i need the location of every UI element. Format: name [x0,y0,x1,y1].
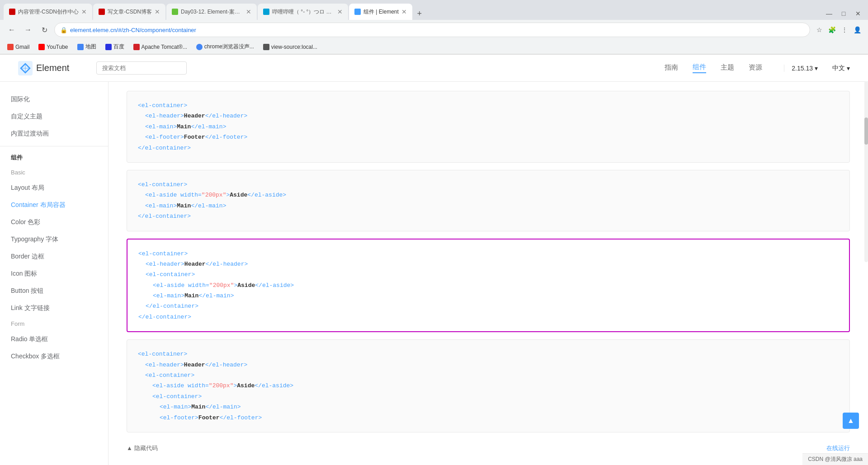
code-line: <el-aside width="200px">Aside</el-aside> [145,190,839,200]
sidebar-item-i18n[interactable]: 国际化 [0,91,108,108]
code-block-1: <el-container> <el-header>Header</el-hea… [127,91,850,163]
tab-title-csdn2: 写文章-CSDN博客 [108,8,152,16]
main-content: 国际化 自定义主题 内置过渡动画 组件 Basic Layout 布局 Cont… [0,82,868,465]
tab-favicon-csdn2 [99,9,105,15]
sidebar-item-border[interactable]: Border 边框 [0,248,108,265]
language-selector[interactable]: 中文 ▾ [832,64,850,72]
code-line: <el-main>Main</el-main> [145,201,839,211]
code-line: <el-footer>Footer</el-footer> [145,132,839,142]
bookmark-chrome[interactable]: chrome浏览器没声... [194,42,256,52]
sidebar-item-button[interactable]: Button 按钮 [0,282,108,300]
sidebar-item-radio[interactable]: Radio 单选框 [0,331,108,348]
nav-theme[interactable]: 主题 [721,63,734,73]
sidebar-section-basic: Basic [0,165,108,179]
tab-bili[interactable]: 哔哩哔哩（ °- °）つロ 千杯~-bili... ✕ [258,4,348,20]
sidebar: 国际化 自定义主题 内置过渡动画 组件 Basic Layout 布局 Cont… [0,82,108,465]
scrollbar-thumb[interactable] [864,117,868,145]
footer-status: CSDN @清风微凉 aaa [802,453,868,465]
code-line: <el-main>Main</el-main> [145,122,839,132]
baidu-icon [105,44,112,50]
nav-guide[interactable]: 指南 [665,63,678,73]
code-block-3-highlighted: <el-container> <el-header>Header</el-hea… [127,239,850,333]
site-logo[interactable]: Element [18,61,69,75]
menu-icon[interactable]: ⋮ [839,24,850,35]
bookmark-apache[interactable]: Apache Tomcat®... [132,43,189,51]
tab-csdn1[interactable]: 内容管理-CSDN创作中心 ✕ [4,4,92,20]
sidebar-item-transition[interactable]: 内置过渡动画 [0,125,108,142]
back-to-top-button[interactable]: ▲ [843,413,859,429]
code-line: <el-container> [152,391,839,402]
code-line: <el-container> [145,370,839,380]
bookmark-viewsource[interactable]: view-source:local... [261,43,319,51]
close-button[interactable]: ✕ [852,7,864,20]
sidebar-item-link[interactable]: Link 文字链接 [0,300,108,317]
bookmark-gmail[interactable]: Gmail [5,43,31,51]
page: Element 指南 组件 主题 资源 2.15.13 ▾ 中文 ▾ 国际化 自… [0,55,868,465]
version-selector[interactable]: 2.15.13 ▾ [784,65,818,72]
maximize-button[interactable]: □ [837,7,850,20]
header-search[interactable] [96,61,187,75]
tab-title-day03: Day03-12. Element-案例-基本... [181,8,243,16]
profile-icon[interactable]: 👤 [852,24,863,35]
code-line: <el-footer>Footer</el-footer> [160,413,839,423]
forward-button[interactable]: → [22,23,34,36]
apache-icon [133,44,140,50]
tab-close-bili[interactable]: ✕ [337,8,343,15]
bookmark-baidu[interactable]: 百度 [104,42,126,52]
nav-resource[interactable]: 资源 [749,63,762,73]
extension-icon[interactable]: 🧩 [826,24,837,35]
run-online-button[interactable]: 在线运行 [826,444,850,452]
bookmark-youtube[interactable]: YouTube [37,43,70,51]
language-text: 中文 [832,64,845,72]
sidebar-item-checkbox[interactable]: Checkbox 多选框 [0,348,108,365]
tab-title-csdn1: 内容管理-CSDN创作中心 [18,8,79,16]
code-line: </el-container> [138,143,839,153]
code-line: <el-container> [138,100,839,111]
logo-text: Element [36,63,69,73]
new-tab-button[interactable]: + [413,7,426,20]
url-bar[interactable]: 🔒 element.eleme.cn/#/zh-CN/component/con… [54,23,810,37]
tab-title-bili: 哔哩哔哩（ °- °）つロ 千杯~-bili... [272,8,335,16]
gmail-icon [7,44,14,50]
tab-close-csdn2[interactable]: ✕ [155,8,160,15]
version-text: 2.15.13 [792,65,813,72]
reload-button[interactable]: ↻ [38,23,51,36]
bookmark-maps[interactable]: 地图 [75,42,98,52]
version-chevron-icon: ▾ [815,65,818,72]
sidebar-section-form: Form [0,317,108,331]
nav-component[interactable]: 组件 [693,63,706,73]
sidebar-item-container[interactable]: Container 布局容器 [0,197,108,214]
sidebar-item-layout[interactable]: Layout 布局 [0,179,108,197]
sidebar-item-color[interactable]: Color 色彩 [0,214,108,231]
address-bar: ← → ↻ 🔒 element.eleme.cn/#/zh-CN/compone… [0,20,868,40]
code-line: <el-header>Header</el-header> [146,259,838,269]
tab-csdn2[interactable]: 写文章-CSDN博客 ✕ [93,4,165,20]
lock-icon: 🔒 [60,27,67,33]
sidebar-item-icon[interactable]: Icon 图标 [0,265,108,282]
search-input[interactable] [96,61,187,75]
back-button[interactable]: ← [5,23,18,36]
maps-icon [77,44,84,50]
tab-element[interactable]: 组件 | Element ✕ [349,4,412,20]
code-line: <el-header>Header</el-header> [145,111,839,121]
content-area: <el-container> <el-header>Header</el-hea… [108,82,868,465]
collapse-code-button[interactable]: ▲ 隐藏代码 [127,444,158,452]
minimize-button[interactable]: — [823,7,835,20]
code-block-2: <el-container> <el-aside width="200px">A… [127,170,850,231]
tab-close-day03[interactable]: ✕ [246,8,251,15]
tab-day03[interactable]: Day03-12. Element-案例-基本... ✕ [166,4,257,20]
lang-chevron-icon: ▾ [847,65,850,72]
bookmark-chrome-label: chrome浏览器没声... [204,43,254,51]
code-line: <el-aside width="200px">Aside</el-aside> [152,380,839,391]
tab-favicon-element [354,9,361,15]
sidebar-item-typography[interactable]: Typography 字体 [0,231,108,248]
tab-close-csdn1[interactable]: ✕ [81,8,87,15]
code-line: </el-container> [138,312,838,322]
header-nav: 指南 组件 主题 资源 2.15.13 ▾ 中文 ▾ [665,63,850,73]
url-text: element.eleme.cn/#/zh-CN/component/conta… [70,27,804,33]
bookmark-maps-label: 地图 [85,43,96,51]
code-line: <el-aside width="200px">Aside</el-aside> [153,280,838,291]
star-icon[interactable]: ☆ [814,24,825,35]
tab-close-element[interactable]: ✕ [401,8,407,15]
sidebar-item-custom-theme[interactable]: 自定义主题 [0,108,108,125]
